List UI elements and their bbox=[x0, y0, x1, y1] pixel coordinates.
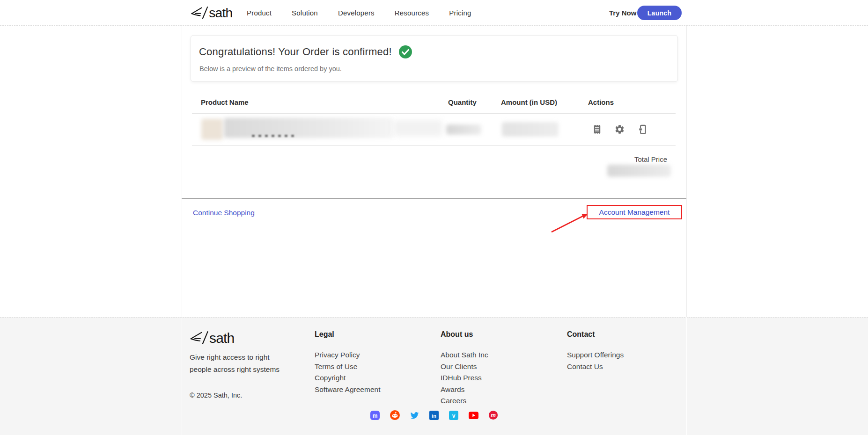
col-header-actions: Actions bbox=[588, 98, 614, 106]
sath-logo-icon: sath bbox=[189, 5, 233, 21]
meetup-icon[interactable]: m bbox=[488, 410, 498, 420]
twitter-icon[interactable] bbox=[410, 410, 419, 420]
svg-text:in: in bbox=[432, 413, 436, 418]
svg-text:m: m bbox=[373, 412, 378, 419]
nav-item-solution[interactable]: Solution bbox=[292, 9, 318, 17]
footer-legal-title: Legal bbox=[315, 330, 380, 339]
footer-column-legal: Legal Privacy Policy Terms of Use Copyri… bbox=[315, 330, 380, 395]
confirmation-subtitle: Below is a preview of the items ordered … bbox=[199, 65, 342, 72]
footer: sath Give right access to right people a… bbox=[0, 317, 868, 435]
order-table-header: Product Name Quantity Amount (in USD) Ac… bbox=[192, 92, 676, 114]
redacted-product-name bbox=[224, 118, 393, 138]
footer-link-privacy-policy[interactable]: Privacy Policy bbox=[315, 349, 380, 361]
section-divider bbox=[182, 198, 686, 199]
redacted-product-image bbox=[201, 119, 223, 140]
confirmation-card: Congratulations! Your Order is confirmed… bbox=[191, 35, 678, 82]
confirmation-title: Congratulations! Your Order is confirmed… bbox=[199, 46, 392, 58]
footer-link-idhub-press[interactable]: IDHub Press bbox=[441, 372, 488, 384]
footer-link-copyright[interactable]: Copyright bbox=[315, 372, 380, 384]
footer-copyright: © 2025 Sath, Inc. bbox=[190, 392, 242, 399]
nav-item-product[interactable]: Product bbox=[247, 9, 272, 17]
col-header-product: Product Name bbox=[201, 98, 249, 106]
footer-link-our-clients[interactable]: Our Clients bbox=[441, 361, 488, 373]
svg-text:v: v bbox=[452, 412, 456, 419]
try-now-link[interactable]: Try Now › bbox=[609, 0, 640, 26]
content-left-border bbox=[182, 26, 182, 317]
col-header-quantity: Quantity bbox=[448, 98, 477, 106]
content-right-border bbox=[686, 26, 687, 317]
svg-text:m: m bbox=[491, 412, 496, 419]
nav-item-resources[interactable]: Resources bbox=[395, 9, 429, 17]
footer-column-about: About us About Sath Inc Our Clients IDHu… bbox=[441, 330, 488, 407]
footer-link-support-offerings[interactable]: Support Offerings bbox=[567, 349, 624, 361]
account-management-highlight-box: Account Management bbox=[587, 205, 682, 219]
order-table-row bbox=[192, 114, 676, 146]
nav-item-developers[interactable]: Developers bbox=[338, 9, 375, 17]
nav-links: Product Solution Developers Resources Pr… bbox=[247, 0, 471, 26]
footer-sath-logo-icon: sath bbox=[188, 330, 235, 346]
reddit-icon[interactable] bbox=[390, 410, 400, 420]
youtube-icon[interactable] bbox=[469, 410, 478, 420]
account-management-link[interactable]: Account Management bbox=[599, 208, 670, 217]
redacted-quantity bbox=[446, 124, 481, 135]
footer-social-row: m in v bbox=[182, 410, 686, 420]
order-confirmation-page: sath Product Solution Developers Resourc… bbox=[0, 0, 868, 435]
vimeo-icon[interactable]: v bbox=[449, 410, 459, 420]
footer-contact-title: Contact bbox=[567, 330, 624, 339]
footer-column-contact: Contact Support Offerings Contact Us bbox=[567, 330, 624, 372]
col-header-amount: Amount (in USD) bbox=[501, 98, 557, 106]
row-actions bbox=[592, 124, 647, 135]
footer-left-rail bbox=[182, 317, 182, 435]
redacted-product-detail-marks bbox=[252, 135, 295, 137]
annotation-arrow bbox=[549, 210, 593, 235]
linkedin-icon[interactable]: in bbox=[429, 410, 439, 420]
footer-link-terms-of-use[interactable]: Terms of Use bbox=[315, 361, 380, 373]
svg-text:sath: sath bbox=[209, 330, 234, 346]
continue-shopping-link[interactable]: Continue Shopping bbox=[193, 209, 255, 217]
try-now-label: Try Now bbox=[609, 9, 636, 17]
launch-button[interactable]: Launch bbox=[637, 6, 682, 20]
redacted-total-price bbox=[607, 165, 671, 177]
success-check-icon bbox=[398, 45, 412, 59]
redacted-product-subtext bbox=[393, 120, 442, 136]
redacted-amount bbox=[502, 122, 559, 137]
device-settings-icon[interactable] bbox=[637, 124, 647, 135]
order-table: Product Name Quantity Amount (in USD) Ac… bbox=[192, 92, 676, 146]
footer-right-rail bbox=[686, 317, 687, 435]
footer-link-about-sath[interactable]: About Sath Inc bbox=[441, 349, 488, 361]
svg-text:sath: sath bbox=[209, 5, 232, 20]
sath-logo[interactable]: sath bbox=[189, 5, 233, 22]
footer-link-careers[interactable]: Careers bbox=[441, 395, 488, 407]
nav-item-pricing[interactable]: Pricing bbox=[449, 9, 471, 17]
settings-gear-icon[interactable] bbox=[614, 124, 625, 135]
mastodon-icon[interactable]: m bbox=[370, 410, 380, 420]
receipt-icon[interactable] bbox=[592, 124, 603, 135]
footer-about-title: About us bbox=[441, 330, 488, 339]
footer-link-contact-us[interactable]: Contact Us bbox=[567, 361, 624, 373]
footer-sath-logo[interactable]: sath bbox=[188, 330, 235, 348]
top-nav: sath Product Solution Developers Resourc… bbox=[0, 0, 868, 26]
footer-link-software-agreement[interactable]: Software Agreement bbox=[315, 384, 380, 396]
total-price-label: Total Price bbox=[634, 155, 667, 163]
footer-tagline: Give right access to right people across… bbox=[190, 351, 292, 375]
footer-link-awards[interactable]: Awards bbox=[441, 384, 488, 396]
